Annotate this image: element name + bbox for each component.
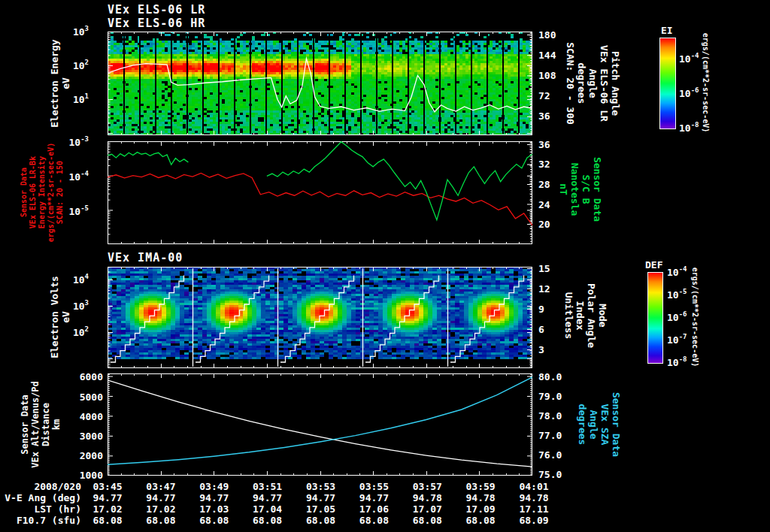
axis-tick-label: 28 bbox=[538, 179, 550, 190]
axis-tick-label: 3000 bbox=[80, 431, 103, 442]
axis-tick-label: 102 bbox=[73, 326, 89, 338]
table-cell: 68.08 bbox=[359, 515, 389, 526]
table-cell: 03:53 bbox=[306, 481, 335, 492]
axis-tick-label: 76.0 bbox=[538, 449, 562, 461]
def-colorbar-units: ergs/(cm**2-sr-sec-eV) bbox=[691, 268, 699, 367]
table-cell: 68.09 bbox=[519, 515, 548, 526]
axis-tick-label: 10-4 bbox=[667, 266, 687, 278]
axis-tick-label: 180 bbox=[538, 29, 556, 41]
table-cell: 17.02 bbox=[146, 503, 175, 515]
axis-tick-label: 10-5 bbox=[69, 205, 89, 217]
table-cell: 04:01 bbox=[519, 481, 548, 492]
table-cell: 94.78 bbox=[519, 492, 548, 503]
axis-tick-label: 36 bbox=[538, 110, 550, 122]
table-row-label: LST (hr) bbox=[34, 503, 81, 515]
axis-tick-label: 1000 bbox=[80, 470, 103, 481]
ei-colorbar-title: EI bbox=[661, 25, 673, 36]
table-cell: 17.09 bbox=[466, 503, 496, 515]
table-cell: 17.04 bbox=[253, 503, 282, 515]
ima-energy-axis-label: Electron Volts eV bbox=[49, 276, 71, 358]
axis-tick-label: 78.0 bbox=[538, 410, 562, 422]
axis-tick-label: 80.0 bbox=[538, 371, 562, 382]
table-row-label: F10.7 (sfu) bbox=[17, 515, 81, 526]
table-row-label: V-E Ang (deg) bbox=[5, 492, 81, 503]
table-cell: 03:51 bbox=[253, 481, 282, 492]
table-cell: 17.07 bbox=[413, 503, 442, 515]
axis-tick-label: 6 bbox=[538, 324, 544, 335]
axis-tick-label: 72 bbox=[538, 90, 550, 101]
table-cell: 68.08 bbox=[199, 515, 229, 526]
table-cell: 68.08 bbox=[146, 515, 175, 526]
axis-tick-label: 15 bbox=[538, 263, 550, 274]
axis-tick-label: 101 bbox=[73, 93, 89, 105]
table-cell: 94.78 bbox=[413, 492, 442, 503]
axis-tick-label: 5000 bbox=[80, 391, 103, 403]
axis-tick-label: 4000 bbox=[80, 411, 103, 422]
axis-tick-label: 10-4 bbox=[679, 53, 699, 65]
axis-tick-label: 36 bbox=[538, 139, 550, 150]
axis-tick-label: 24 bbox=[538, 199, 550, 210]
axis-tick-label: 6000 bbox=[80, 371, 103, 382]
axis-tick-label: 77.0 bbox=[538, 430, 562, 441]
axis-tick-label: 9 bbox=[538, 304, 544, 315]
table-cell: 03:49 bbox=[199, 481, 229, 492]
axis-tick-label: 102 bbox=[73, 59, 89, 71]
table-cell: 94.77 bbox=[199, 492, 229, 503]
table-cell: 68.08 bbox=[92, 515, 122, 526]
axis-tick-label: 20 bbox=[538, 219, 550, 230]
axis-tick-label: 10-5 bbox=[667, 289, 687, 301]
els-energy-axis-label: Electron Energy eV bbox=[49, 39, 71, 127]
axis-tick-label: 104 bbox=[73, 274, 89, 286]
def-colorbar-title: DEF bbox=[645, 259, 662, 271]
axis-tick-label: 144 bbox=[538, 50, 556, 61]
axis-tick-label: 3 bbox=[538, 344, 544, 355]
table-cell: 68.08 bbox=[253, 515, 282, 526]
cdaweb-plot-page: VEx ELS-06 LR VEx ELS-06 HR VEx IMA-00 E… bbox=[0, 0, 770, 532]
els-pitch-axis-label: Pitch Angle VEx ELS-06 LR Angle degrees … bbox=[565, 42, 621, 125]
bfield-line-canvas bbox=[108, 141, 532, 244]
table-cell: 17.06 bbox=[359, 503, 389, 515]
bfield-left-axis-label: Sensor Data VEx ELS-06 LR-Bk Energy Inte… bbox=[20, 143, 65, 242]
axis-tick-label: 10-7 bbox=[667, 334, 687, 346]
ei-colorbar bbox=[659, 38, 676, 129]
axis-tick-label: 10-6 bbox=[679, 87, 699, 99]
axis-tick-label: 108 bbox=[538, 70, 556, 81]
axis-tick-label: 10-8 bbox=[667, 356, 687, 368]
table-cell: 17.11 bbox=[519, 503, 548, 515]
table-cell: 94.77 bbox=[92, 492, 122, 503]
table-cell: 03:57 bbox=[413, 481, 442, 492]
table-cell: 94.77 bbox=[359, 492, 389, 503]
table-cell: 68.08 bbox=[413, 515, 442, 526]
axis-tick-label: 79.0 bbox=[538, 391, 562, 402]
table-cell: 68.08 bbox=[466, 515, 496, 526]
axis-tick-label: 32 bbox=[538, 159, 550, 170]
axis-tick-label: 10-8 bbox=[679, 122, 699, 134]
table-cell: 17.02 bbox=[92, 503, 122, 515]
sza-axis-label: Sensor Data VEx SZA Angle degrees bbox=[577, 392, 622, 457]
ei-colorbar-units: ergs/(cm**2-sr-sec-eV) bbox=[702, 33, 710, 132]
table-cell: 03:59 bbox=[466, 481, 496, 492]
panel-title: VEx ELS-06 HR bbox=[108, 17, 205, 30]
table-cell: 17.05 bbox=[306, 503, 335, 515]
table-cell: 94.78 bbox=[466, 492, 496, 503]
axis-tick-label: 10-4 bbox=[69, 171, 89, 183]
table-row-label: 2008/020 bbox=[34, 481, 81, 492]
altitude-axis-label: Sensor Data VEx Alt/Venus/Pd Distance km bbox=[20, 381, 62, 468]
bfield-right-axis-label: Sensor Data S/C B Nanotesla nT bbox=[558, 157, 603, 222]
table-cell: 17.03 bbox=[199, 503, 229, 515]
axis-tick-label: 2000 bbox=[80, 450, 103, 461]
altitude-sza-canvas bbox=[108, 373, 532, 476]
table-cell: 03:45 bbox=[92, 481, 122, 492]
axis-tick-label: 10-6 bbox=[667, 311, 687, 323]
axis-tick-label: 12 bbox=[538, 283, 550, 295]
axis-tick-label: 103 bbox=[73, 26, 89, 38]
axis-tick-label: 75.0 bbox=[538, 469, 562, 480]
table-cell: 03:55 bbox=[359, 481, 389, 492]
table-cell: 94.77 bbox=[253, 492, 282, 503]
table-cell: 03:47 bbox=[146, 481, 175, 492]
axis-tick-label: 10-3 bbox=[69, 136, 89, 148]
def-colorbar bbox=[647, 272, 663, 364]
table-cell: 94.77 bbox=[146, 492, 175, 503]
els-spectrogram-canvas bbox=[108, 32, 532, 135]
axis-tick-label: 103 bbox=[73, 300, 89, 312]
